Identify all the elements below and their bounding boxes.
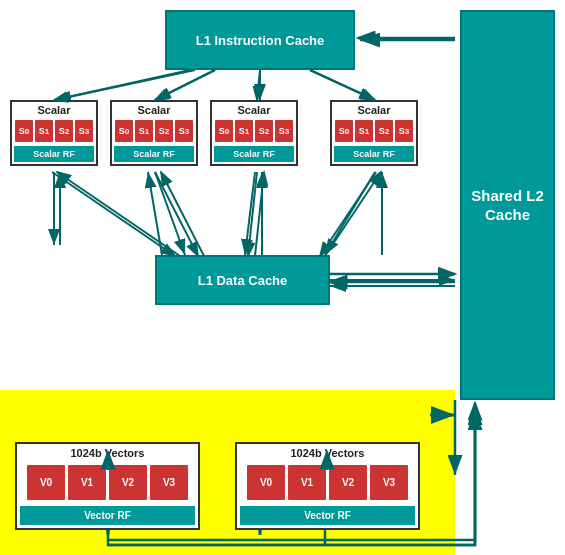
svg-line-7 — [310, 70, 375, 100]
vector-cells-1: V0 V1 V2 V3 — [17, 462, 198, 503]
vector-cell-v3-2: V3 — [370, 465, 408, 500]
scalar-cell-s0-4: S0 — [335, 120, 353, 142]
scalar-cell-s3-2: S3 — [175, 120, 193, 142]
vector-cell-v0-2: V0 — [247, 465, 285, 500]
svg-line-35 — [161, 172, 204, 256]
scalar-cells-2: S0 S1 S2 S3 — [112, 118, 196, 144]
scalar-rf-2: Scalar RF — [114, 146, 194, 162]
scalar-title-4: Scalar — [332, 102, 416, 118]
vector-cells-2: V0 V1 V2 V3 — [237, 462, 418, 503]
svg-line-5 — [155, 70, 215, 100]
vector-unit-2: 1024b Vectors V0 V1 V2 V3 Vector RF — [235, 442, 420, 530]
vector-title-1: 1024b Vectors — [17, 444, 198, 462]
scalar-cell-s1-3: S1 — [235, 120, 253, 142]
scalar-cell-s2-4: S2 — [375, 120, 393, 142]
scalar-rf-3: Scalar RF — [214, 146, 294, 162]
svg-line-36 — [248, 172, 257, 256]
svg-line-11 — [148, 172, 162, 255]
svg-line-4 — [55, 70, 195, 100]
vector-title-2: 1024b Vectors — [237, 444, 418, 462]
scalar-cells-3: S0 S1 S2 S3 — [212, 118, 296, 144]
scalar-cell-s2-3: S2 — [255, 120, 273, 142]
vector-unit-1: 1024b Vectors V0 V1 V2 V3 Vector RF — [15, 442, 200, 530]
svg-line-14 — [325, 172, 375, 255]
svg-line-32 — [52, 172, 175, 256]
svg-line-28 — [54, 70, 190, 100]
shared-l2-label: Shared L2 Cache — [462, 186, 553, 225]
scalar-cells-1: S0 S1 S2 S3 — [12, 118, 96, 144]
scalar-unit-4: Scalar S0 S1 S2 S3 Scalar RF — [330, 100, 418, 166]
vector-cell-v1-1: V1 — [68, 465, 106, 500]
scalar-cell-s2-1: S2 — [55, 120, 73, 142]
scalar-cell-s1-1: S1 — [35, 120, 53, 142]
svg-line-37 — [255, 172, 264, 256]
scalar-cell-s3-1: S3 — [75, 120, 93, 142]
scalar-cell-s1-4: S1 — [355, 120, 373, 142]
scalar-cell-s0-2: S0 — [115, 120, 133, 142]
scalar-unit-3: Scalar S0 S1 S2 S3 Scalar RF — [210, 100, 298, 166]
vector-cell-v0-1: V0 — [27, 465, 65, 500]
l1-data-cache: L1 Data Cache — [155, 255, 330, 305]
scalar-cell-s0-3: S0 — [215, 120, 233, 142]
scalar-title-1: Scalar — [12, 102, 96, 118]
scalar-rf-4: Scalar RF — [334, 146, 414, 162]
scalar-cell-s3-3: S3 — [275, 120, 293, 142]
vector-cell-v3-1: V3 — [150, 465, 188, 500]
scalar-cell-s0-1: S0 — [15, 120, 33, 142]
scalar-cell-s2-2: S2 — [155, 120, 173, 142]
l1-data-label: L1 Data Cache — [198, 273, 288, 288]
svg-line-30 — [257, 70, 260, 100]
svg-line-38 — [320, 172, 376, 256]
scalar-title-3: Scalar — [212, 102, 296, 118]
scalar-unit-2: Scalar S0 S1 S2 S3 Scalar RF — [110, 100, 198, 166]
svg-line-12 — [245, 172, 255, 255]
vector-cell-v1-2: V1 — [288, 465, 326, 500]
scalar-unit-1: Scalar S0 S1 S2 S3 Scalar RF — [10, 100, 98, 166]
svg-line-31 — [310, 70, 375, 100]
l1-instruction-label: L1 Instruction Cache — [196, 33, 325, 48]
svg-line-39 — [325, 172, 381, 256]
svg-line-34 — [155, 172, 198, 256]
svg-line-29 — [155, 70, 215, 100]
shared-l2-cache: Shared L2 Cache — [460, 10, 555, 400]
scalar-cell-s1-2: S1 — [135, 120, 153, 142]
vector-rf-1: Vector RF — [20, 506, 195, 525]
diagram-container: L1 Instruction Cache L1 Data Cache Share… — [0, 0, 565, 555]
scalar-cell-s3-4: S3 — [395, 120, 413, 142]
scalar-cells-4: S0 S1 S2 S3 — [332, 118, 416, 144]
scalar-title-2: Scalar — [112, 102, 196, 118]
vector-cell-v2-1: V2 — [109, 465, 147, 500]
l1-instruction-cache: L1 Instruction Cache — [165, 10, 355, 70]
svg-line-33 — [57, 172, 180, 256]
vector-rf-2: Vector RF — [240, 506, 415, 525]
scalar-rf-1: Scalar RF — [14, 146, 94, 162]
vector-cell-v2-2: V2 — [329, 465, 367, 500]
svg-line-10 — [155, 172, 185, 255]
